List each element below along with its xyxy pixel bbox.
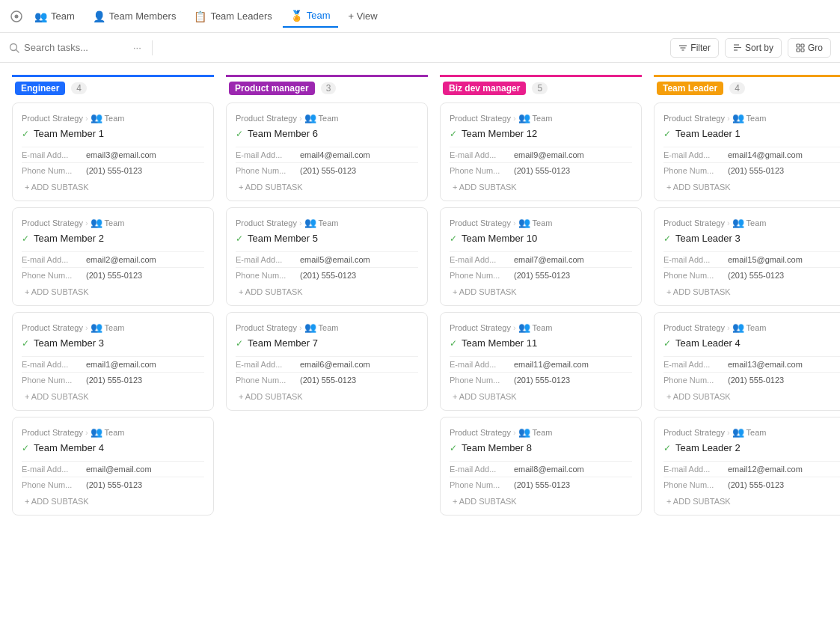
add-subtask-button[interactable]: + ADD SUBTASK	[450, 492, 632, 506]
card-breadcrumb: Product Strategy › 👥 Team	[22, 217, 204, 228]
card-check-icon: ✓	[22, 443, 29, 453]
email-value: email15@gmail.com	[728, 255, 803, 264]
tab-team-leaders-icon: 📋	[194, 10, 206, 22]
phone-value: (201) 555-0123	[728, 480, 784, 489]
phone-label: Phone Num...	[22, 166, 82, 175]
tab-team-view-label: Team	[307, 10, 331, 21]
tab-team-leaders[interactable]: 📋 Team Leaders	[186, 6, 279, 27]
add-subtask-button[interactable]: + ADD SUBTASK	[450, 178, 632, 192]
email-label: E-mail Add...	[450, 465, 509, 474]
phone-value: (201) 555-0123	[514, 166, 570, 175]
breadcrumb-sep: ›	[299, 114, 302, 123]
add-view-button[interactable]: + View	[341, 6, 385, 26]
card-email-field: E-mail Add...email5@email.com	[236, 251, 418, 267]
filter-label: Filter	[690, 43, 711, 53]
card[interactable]: Product Strategy › 👥 Team✓Team Member 4E…	[12, 417, 214, 515]
add-subtask-button[interactable]: + ADD SUBTASK	[22, 283, 204, 296]
nav-home-icon[interactable]	[9, 9, 24, 24]
card[interactable]: Product Strategy › 👥 Team✓Team Member 7E…	[226, 312, 428, 411]
breadcrumb-sep: ›	[727, 114, 730, 123]
toolbar-more-icon[interactable]: ···	[133, 42, 141, 53]
add-subtask-button[interactable]: + ADD SUBTASK	[236, 283, 418, 296]
breadcrumb-emoji: 👥	[304, 217, 316, 228]
breadcrumb-item: Product Strategy	[663, 114, 725, 123]
card-email-field: E-mail Add...email2@email.com	[22, 251, 204, 267]
card-phone-field: Phone Num...(201) 555-0123	[663, 477, 840, 492]
breadcrumb-item: Product Strategy	[236, 114, 297, 123]
card[interactable]: Product Strategy › 👥 Team✓Team Leader 2E…	[654, 417, 840, 515]
add-subtask-button[interactable]: + ADD SUBTASK	[22, 492, 204, 506]
email-label: E-mail Add...	[450, 150, 509, 159]
card-title: Team Member 6	[248, 128, 318, 139]
tab-team-members-label: Team Members	[109, 10, 177, 22]
card-check-icon: ✓	[663, 233, 671, 244]
group-button[interactable]: Gro	[788, 38, 831, 58]
breadcrumb-team: Team	[105, 114, 125, 123]
email-value: email5@email.com	[300, 255, 370, 264]
card[interactable]: Product Strategy › 👥 Team✓Team Leader 3E…	[654, 207, 840, 306]
card-email-field: E-mail Add...email12@email.com	[663, 461, 840, 477]
card-phone-field: Phone Num...(201) 555-0123	[450, 372, 632, 388]
filter-button[interactable]: Filter	[670, 38, 719, 58]
card-email-field: E-mail Add...email@email.com	[22, 461, 204, 477]
email-label: E-mail Add...	[236, 255, 295, 264]
svg-rect-10	[797, 44, 800, 47]
add-subtask-button[interactable]: + ADD SUBTASK	[236, 388, 418, 401]
search-input[interactable]	[24, 42, 129, 53]
card[interactable]: Product Strategy › 👥 Team✓Team Member 6E…	[226, 103, 428, 201]
card[interactable]: Product Strategy › 👥 Team✓Team Member 2E…	[12, 207, 214, 306]
email-value: email14@gmail.com	[728, 150, 803, 159]
tab-team-main[interactable]: 👥 Team	[27, 6, 82, 27]
card-title-row: ✓Team Leader 2	[663, 442, 840, 453]
card-title: Team Leader 2	[675, 442, 741, 453]
card-title: Team Member 4	[34, 442, 104, 453]
breadcrumb-emoji: 👥	[304, 112, 316, 123]
card[interactable]: Product Strategy › 👥 Team✓Team Member 11…	[440, 312, 642, 411]
breadcrumb-item: Product Strategy	[450, 323, 511, 332]
card-phone-field: Phone Num...(201) 555-0123	[663, 162, 840, 178]
email-label: E-mail Add...	[236, 150, 295, 159]
add-subtask-button[interactable]: + ADD SUBTASK	[663, 388, 840, 401]
breadcrumb-item: Product Strategy	[450, 218, 511, 227]
phone-label: Phone Num...	[450, 271, 509, 280]
tab-team-members[interactable]: 👤 Team Members	[85, 6, 184, 27]
card[interactable]: Product Strategy › 👥 Team✓Team Member 5E…	[226, 207, 428, 306]
breadcrumb-team: Team	[747, 114, 767, 123]
card-breadcrumb: Product Strategy › 👥 Team	[450, 217, 632, 228]
email-value: email@email.com	[86, 465, 152, 474]
phone-label: Phone Num...	[663, 376, 723, 385]
email-label: E-mail Add...	[450, 360, 509, 369]
add-subtask-button[interactable]: + ADD SUBTASK	[236, 178, 418, 192]
card[interactable]: Product Strategy › 👥 Team✓Team Member 3E…	[12, 312, 214, 411]
breadcrumb-emoji: 👥	[732, 322, 744, 333]
card[interactable]: Product Strategy › 👥 Team✓Team Member 1E…	[12, 103, 214, 201]
search-area: ···	[9, 40, 334, 55]
phone-value: (201) 555-0123	[86, 480, 142, 489]
breadcrumb-item: Product Strategy	[22, 218, 83, 227]
add-subtask-button[interactable]: + ADD SUBTASK	[663, 178, 840, 192]
card-phone-field: Phone Num...(201) 555-0123	[236, 372, 418, 388]
email-value: email8@email.com	[514, 465, 584, 474]
tab-team-main-label: Team	[51, 10, 75, 22]
column-team-leader: Team Leader4Product Strategy › 👥 Team✓Te…	[654, 75, 840, 618]
tab-team-view[interactable]: 🏅 Team	[283, 5, 338, 28]
card[interactable]: Product Strategy › 👥 Team✓Team Member 8E…	[440, 417, 642, 515]
email-label: E-mail Add...	[22, 150, 82, 159]
add-subtask-button[interactable]: + ADD SUBTASK	[22, 178, 204, 192]
card[interactable]: Product Strategy › 👥 Team✓Team Member 12…	[440, 103, 642, 201]
add-subtask-button[interactable]: + ADD SUBTASK	[450, 283, 632, 296]
add-subtask-button[interactable]: + ADD SUBTASK	[22, 388, 204, 401]
card-title: Team Member 3	[34, 337, 104, 349]
sort-button[interactable]: Sort by	[725, 38, 782, 58]
add-subtask-button[interactable]: + ADD SUBTASK	[450, 388, 632, 401]
email-label: E-mail Add...	[22, 255, 82, 264]
phone-value: (201) 555-0123	[86, 376, 142, 385]
add-subtask-button[interactable]: + ADD SUBTASK	[663, 283, 840, 296]
breadcrumb-sep: ›	[85, 218, 88, 227]
card-check-icon: ✓	[22, 129, 29, 139]
card[interactable]: Product Strategy › 👥 Team✓Team Member 10…	[440, 207, 642, 306]
breadcrumb-team: Team	[747, 428, 767, 437]
card[interactable]: Product Strategy › 👥 Team✓Team Leader 4E…	[654, 312, 840, 411]
card[interactable]: Product Strategy › 👥 Team✓Team Leader 1E…	[654, 103, 840, 201]
add-subtask-button[interactable]: + ADD SUBTASK	[663, 492, 840, 506]
